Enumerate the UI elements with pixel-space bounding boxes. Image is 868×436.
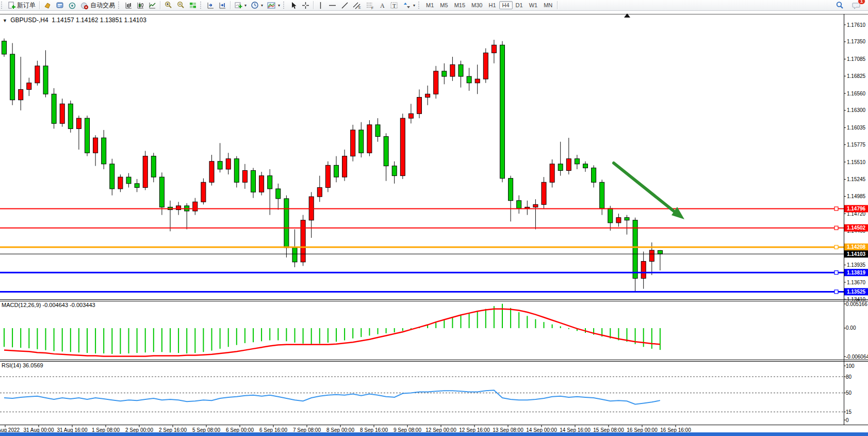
crosshair-icon: [302, 2, 309, 9]
notifications-button[interactable]: 1: [850, 0, 863, 10]
svg-text:1.13525: 1.13525: [847, 289, 866, 295]
zoom-in-icon: [164, 1, 172, 9]
svg-text:1 Sep 08:00: 1 Sep 08:00: [92, 427, 120, 433]
time-axis: 30 Aug 202231 Aug 00:0031 Aug 16:001 Sep…: [0, 425, 691, 433]
separator: [230, 1, 231, 9]
text-label-tool-button[interactable]: T: [388, 0, 401, 10]
arrows-icon: [403, 2, 411, 9]
rsi-line: [4, 390, 660, 404]
timeframe-m1-button[interactable]: M1: [423, 1, 437, 9]
timeframe-m30-button[interactable]: M30: [468, 1, 485, 9]
line-chart-button[interactable]: [146, 0, 158, 10]
svg-text:-0.006064: -0.006064: [846, 354, 868, 360]
taskbar-strip: [0, 432, 868, 436]
new-order-button[interactable]: 新订单: [6, 0, 38, 10]
terminal-button[interactable]: [54, 0, 66, 10]
chart-title: ▼ GBPUSD-,H4 1.14157 1.14162 1.13851 1.1…: [3, 17, 146, 24]
svg-text:16 Sep 16:00: 16 Sep 16:00: [660, 427, 691, 433]
terminal-window-icon: [56, 2, 64, 9]
horizontal-line-tool-button[interactable]: [326, 0, 339, 10]
svg-text:14 Sep 00:00: 14 Sep 00:00: [526, 427, 557, 433]
down-arrow-annotation[interactable]: [614, 163, 684, 219]
add-indicator-icon: [234, 2, 242, 9]
macd-name: MACD(12,26,9): [2, 302, 41, 308]
dropdown-caret: ▾: [244, 3, 247, 8]
candlestick-layer: [2, 39, 663, 292]
svg-text:8 Sep 16:00: 8 Sep 16:00: [360, 427, 388, 433]
timeframe-mn-button[interactable]: MN: [541, 1, 555, 9]
svg-text:1.16560: 1.16560: [847, 91, 866, 96]
chart-area[interactable]: 1.176101.173501.170851.168251.165601.163…: [0, 10, 868, 436]
horizontal-line-icon: [328, 2, 337, 9]
svg-text:6 Sep 00:00: 6 Sep 00:00: [226, 427, 254, 433]
tile-windows-button[interactable]: [187, 0, 199, 10]
market-watch-button[interactable]: [41, 0, 54, 10]
ohlc-low: 1.13851: [100, 17, 122, 24]
svg-text:31 Aug 00:00: 31 Aug 00:00: [24, 427, 54, 433]
svg-text:1.17610: 1.17610: [847, 22, 866, 28]
templates-button[interactable]: ▾: [265, 0, 282, 10]
macd-panel: 0.0051660.00-0.006064: [4, 301, 868, 360]
equidistant-channel-tool-button[interactable]: E: [351, 0, 364, 10]
zoom-out-button[interactable]: [174, 0, 187, 10]
svg-text:12 Sep 00:00: 12 Sep 00:00: [425, 427, 456, 433]
search-button[interactable]: [833, 0, 846, 10]
auto-scroll-button[interactable]: [205, 0, 217, 10]
line-chart-icon: [149, 2, 156, 9]
svg-text:9 Sep 08:00: 9 Sep 08:00: [394, 427, 421, 433]
zoom-in-button[interactable]: [162, 0, 174, 10]
cursor-icon: [290, 2, 298, 9]
toolbar-grip: [283, 2, 287, 9]
svg-text:1.15245: 1.15245: [847, 176, 866, 182]
svg-text:8 Sep 00:00: 8 Sep 00:00: [326, 427, 354, 433]
candlestick-chart-button[interactable]: [135, 0, 146, 10]
svg-text:6 Sep 16:00: 6 Sep 16:00: [259, 427, 287, 433]
svg-text:15 Sep 08:00: 15 Sep 08:00: [593, 427, 624, 433]
svg-text:1.16035: 1.16035: [847, 125, 866, 131]
svg-text:F: F: [371, 6, 373, 9]
bar-chart-button[interactable]: [123, 0, 135, 10]
svg-text:1.15775: 1.15775: [847, 142, 866, 148]
svg-text:0: 0: [846, 417, 849, 423]
timeframe-h1-button[interactable]: H1: [485, 1, 499, 9]
macd-signal-line: [4, 309, 660, 357]
clock-icon: [251, 1, 259, 9]
main-toolbar: 新订单 自动交易: [0, 0, 868, 11]
dropdown-caret: ▾: [413, 3, 415, 8]
separator: [39, 1, 40, 9]
timeframe-m15-button[interactable]: M15: [451, 1, 468, 9]
price-chart-canvas[interactable]: 1.176101.173501.170851.168251.165601.163…: [0, 10, 868, 436]
timeframe-h4-button[interactable]: H4: [499, 1, 513, 9]
arrows-tool-button[interactable]: ▾: [401, 0, 417, 10]
timeframe-w1-button[interactable]: W1: [526, 1, 541, 9]
svg-text:2 Sep 00:00: 2 Sep 00:00: [125, 427, 153, 433]
autotrade-button[interactable]: 自动交易: [78, 0, 117, 10]
svg-text:31 Aug 16:00: 31 Aug 16:00: [57, 427, 88, 433]
chart-shift-button[interactable]: [217, 0, 228, 10]
autotrade-icon: [80, 2, 89, 9]
svg-text:1.17085: 1.17085: [847, 56, 866, 62]
add-indicator-button[interactable]: ▾: [232, 0, 249, 10]
fibonacci-tool-button[interactable]: F: [364, 0, 376, 10]
symbol-dropdown-icon[interactable]: ▼: [3, 18, 7, 23]
bar-chart-icon: [125, 2, 133, 9]
rsi-indicator-label: RSI(14) 36.0569: [2, 362, 43, 368]
ohlc-open: 1.14157: [52, 17, 74, 24]
svg-text:1.17350: 1.17350: [847, 39, 866, 44]
svg-text:1.13670: 1.13670: [847, 280, 866, 285]
trendline-tool-button[interactable]: [339, 0, 351, 10]
text-tool-button[interactable]: A: [376, 0, 388, 10]
periods-button[interactable]: ▾: [249, 0, 265, 10]
price-axis: 1.176101.173501.170851.168251.165601.163…: [844, 22, 868, 302]
zoom-out-icon: [176, 1, 185, 9]
timeframe-m5-button[interactable]: M5: [437, 1, 451, 9]
timeframe-d1-button[interactable]: D1: [513, 1, 526, 9]
cursor-tool-button[interactable]: [288, 0, 300, 10]
svg-text:80: 80: [846, 374, 852, 380]
svg-text:13 Sep 08:00: 13 Sep 08:00: [493, 427, 523, 433]
vertical-line-tool-button[interactable]: [315, 0, 326, 10]
crosshair-tool-button[interactable]: [300, 0, 312, 10]
signals-button[interactable]: [66, 0, 78, 10]
horizontal-line-objects[interactable]: [0, 207, 844, 294]
text-icon: A: [379, 2, 386, 9]
